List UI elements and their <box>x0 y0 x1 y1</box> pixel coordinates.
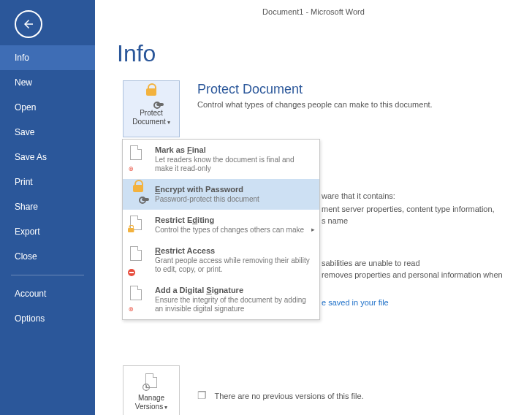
window-title: Document1 - Microsoft Word <box>95 7 532 16</box>
chevron-down-icon <box>163 403 167 411</box>
key-icon <box>142 198 149 201</box>
arrow-left-icon <box>22 18 35 31</box>
protect-document-menu: ๏ Mark as Final Let readers know the doc… <box>122 139 320 320</box>
menu-item-title: Mark as Final <box>155 145 312 154</box>
backstage-sidebar: Info New Open Save Save As Print Share E… <box>0 0 95 415</box>
nav-open[interactable]: Open <box>0 95 95 120</box>
nav-export[interactable]: Export <box>0 219 95 244</box>
protect-desc: Control what types of changes people can… <box>197 100 532 109</box>
nav-new[interactable]: New <box>0 70 95 95</box>
ribbon-icon: ๏ <box>129 302 134 315</box>
menu-item-title: Restrict Access <box>155 246 312 255</box>
chevron-down-icon <box>166 118 170 126</box>
document-stack-icon: ❐ <box>197 389 207 401</box>
nav-close[interactable]: Close <box>0 244 95 269</box>
key-icon <box>156 103 164 106</box>
menu-item-desc: Ensure the integrity of the document by … <box>155 296 312 313</box>
manage-versions-button[interactable]: Manage Versions <box>123 365 180 415</box>
lock-icon <box>133 185 143 192</box>
menu-restrict-editing[interactable]: Restrict Editing Control the types of ch… <box>123 210 319 240</box>
back-button[interactable] <box>15 10 42 38</box>
page-title: Info <box>117 40 532 67</box>
versions-button-label-2: Versions <box>135 403 163 411</box>
nav-account[interactable]: Account <box>0 281 95 306</box>
menu-item-desc: Control the types of changes others can … <box>155 226 304 235</box>
document-icon <box>130 246 142 261</box>
inspect-link[interactable]: e saved in your file <box>322 298 389 307</box>
inspect-line: removes properties and personal informat… <box>322 270 503 279</box>
menu-item-desc: Password-protect this document <box>155 195 259 204</box>
nav-options[interactable]: Options <box>0 306 95 331</box>
lock-icon <box>146 88 156 96</box>
protect-title: Protect Document <box>197 82 532 97</box>
protect-button-label-2: Document <box>132 118 166 126</box>
clock-icon <box>142 384 150 391</box>
menu-item-title: Add a Digital Signature <box>155 286 312 294</box>
menu-restrict-access[interactable]: Restrict Access Grant people access whil… <box>123 240 319 280</box>
submenu-arrow-icon: ▸ <box>311 226 315 233</box>
document-icon <box>130 286 142 300</box>
lock-badge-icon <box>128 228 135 237</box>
document-icon <box>130 145 142 160</box>
menu-encrypt-with-password[interactable]: Encrypt with Password Password-protect t… <box>123 179 319 210</box>
menu-mark-as-final[interactable]: ๏ Mark as Final Let readers know the doc… <box>123 140 319 179</box>
menu-item-desc: Grant people access while removing their… <box>155 256 312 274</box>
menu-item-title: Restrict Editing <box>155 216 304 224</box>
menu-item-desc: Let readers know the document is final a… <box>155 156 312 173</box>
no-entry-icon <box>128 269 135 276</box>
nav-separator <box>11 275 84 275</box>
versions-none-text: There are no previous versions of this f… <box>214 392 363 400</box>
inspect-line: ware that it contains: <box>322 191 395 200</box>
protect-button-label-1: Protect <box>123 109 179 118</box>
nav-save-as[interactable]: Save As <box>0 145 95 170</box>
inspect-line: s name <box>322 216 348 225</box>
inspect-line: ment server properties, content type inf… <box>322 205 495 213</box>
versions-button-label-1: Manage <box>123 394 179 403</box>
nav-info[interactable]: Info <box>0 45 95 70</box>
versions-section: Manage Versions ❐ There are no previous … <box>117 365 532 402</box>
nav-print[interactable]: Print <box>0 170 95 194</box>
protect-document-button[interactable]: Protect Document <box>123 80 180 137</box>
ribbon-icon: ๏ <box>129 161 134 175</box>
menu-item-title: Encrypt with Password <box>155 185 259 194</box>
menu-add-digital-signature[interactable]: ๏ Add a Digital Signature Ensure the int… <box>123 280 319 319</box>
nav-save[interactable]: Save <box>0 120 95 145</box>
protect-document-section: Protect Document Protect Document Contro… <box>117 80 532 270</box>
info-page: Info Protect Document Protect Document C… <box>117 40 532 415</box>
nav-share[interactable]: Share <box>0 194 95 219</box>
inspect-line: sabilities are unable to read <box>322 259 420 267</box>
